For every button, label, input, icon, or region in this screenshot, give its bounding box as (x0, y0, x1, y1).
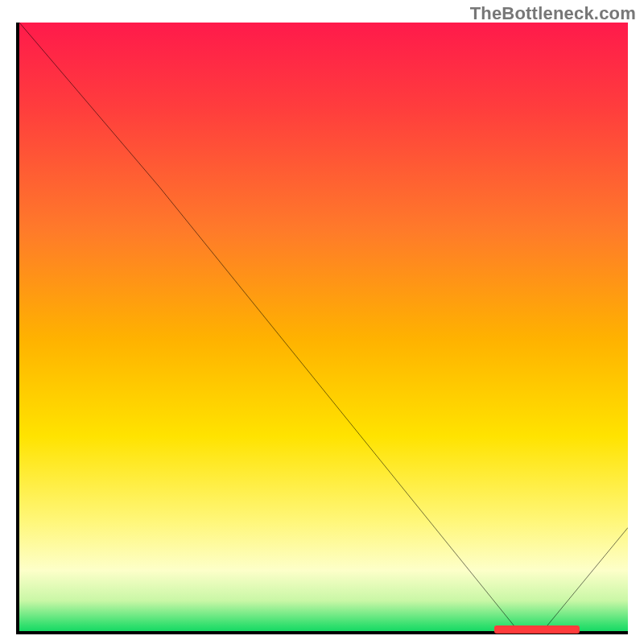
chart-stage: TheBottleneck.com (0, 0, 644, 644)
data-line (19, 23, 628, 631)
watermark-text: TheBottleneck.com (470, 3, 636, 24)
bottleneck-marker (494, 625, 580, 634)
plot-area (16, 23, 628, 634)
